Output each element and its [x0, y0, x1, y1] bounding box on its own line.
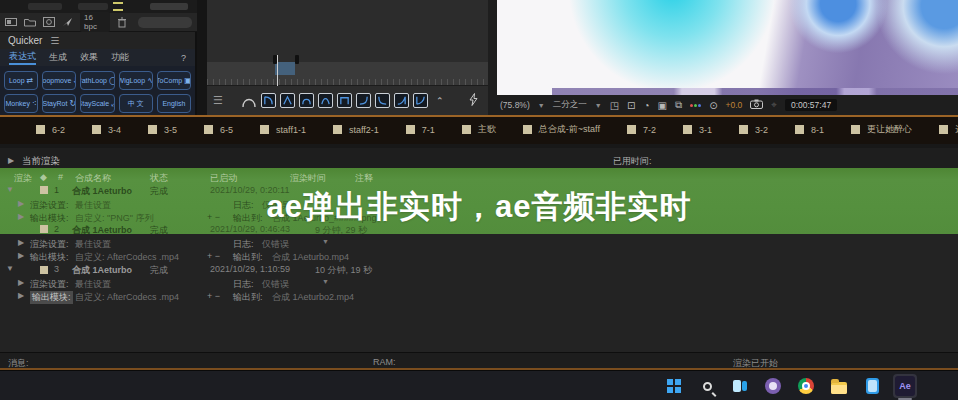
easing-preset-3-button[interactable] — [299, 93, 314, 108]
rulers-icon[interactable]: ⊡ — [627, 100, 635, 111]
snapshot-icon[interactable] — [750, 99, 763, 111]
new-folder-icon[interactable] — [24, 17, 36, 27]
tab-help[interactable]: ? — [181, 53, 186, 63]
add-remove-output-buttons[interactable]: + − — [207, 291, 220, 301]
tab-functions[interactable]: 功能 — [111, 51, 129, 64]
interpret-footage-icon[interactable] — [5, 17, 17, 27]
quicker-button-grid: Loop⇄ Loopmove⇵ PathLoop◯ WigLoop∿ ToCom… — [0, 66, 195, 118]
chat-button[interactable] — [761, 374, 785, 398]
delete-icon[interactable] — [117, 17, 127, 28]
resolution-select[interactable]: 二分之一 — [553, 99, 587, 111]
task-view-button[interactable] — [728, 374, 752, 398]
work-area-end-handle[interactable] — [295, 55, 299, 64]
quicker-panel-title: Quicker — [8, 35, 42, 46]
magnification-select[interactable]: (75.8%) — [500, 100, 530, 110]
viewer-toolbar: (75.8%) ▼ 二分之一 ▼ ◳ ⊡ ◔ ▣ ⧉ ⊙ +0.0 ⌖ 0:00… — [490, 95, 958, 115]
send-to-quicker-icon[interactable] — [62, 17, 73, 27]
playhead[interactable] — [277, 55, 278, 86]
loop-button[interactable]: Loop⇄ — [4, 71, 38, 90]
easing-preset-7-button[interactable] — [375, 93, 390, 108]
search-button[interactable] — [695, 374, 719, 398]
easing-preset-1-button[interactable] — [261, 93, 276, 108]
output-file-link[interactable]: 合成 1Aeturbo2.mp4 — [272, 291, 354, 304]
panel-menu-icon[interactable]: ☰ — [213, 94, 223, 107]
comp-tab[interactable]: 8-1 — [795, 125, 824, 135]
lightning-icon[interactable] — [469, 92, 478, 110]
pathloop-button[interactable]: PathLoop◯ — [80, 71, 114, 90]
show-snapshot-icon[interactable]: ⌖ — [771, 99, 777, 111]
file-explorer-button[interactable] — [827, 374, 851, 398]
panel-menu-icon[interactable]: ☰ — [50, 35, 59, 46]
tab-effects[interactable]: 效果 — [80, 51, 98, 64]
easing-preset-9-button[interactable] — [413, 93, 428, 108]
comp-tab[interactable]: 这借大 — [939, 123, 958, 136]
label-color-icon[interactable]: ◆ — [40, 172, 47, 182]
new-composition-icon[interactable] — [43, 17, 55, 27]
twirl-icon[interactable]: ▶ — [8, 156, 14, 165]
easing-preset-8-button[interactable] — [394, 93, 409, 108]
chrome-button[interactable] — [794, 374, 818, 398]
start-button[interactable] — [662, 374, 686, 398]
started-value: 2021/10/29, 1:10:59 — [210, 264, 290, 274]
label-color-swatch — [113, 9, 123, 11]
comp-tab[interactable]: 3-1 — [683, 125, 712, 135]
comp-tab[interactable]: 7-1 — [406, 125, 435, 135]
col-render-time[interactable]: 渲染时间 — [290, 172, 326, 185]
comp-tab[interactable]: 6-2 — [36, 125, 65, 135]
composition-preview[interactable] — [497, 0, 958, 95]
color-depth-button[interactable]: 16 bpc — [80, 12, 110, 32]
col-comp-name[interactable]: 合成名称 — [75, 172, 111, 185]
col-render[interactable]: 渲染 — [14, 172, 32, 185]
easing-preset-2-button[interactable] — [280, 93, 295, 108]
tab-generate[interactable]: 生成 — [49, 51, 67, 64]
comp-tab[interactable]: staff2-1 — [333, 125, 379, 135]
render-queue-highlight: 渲染 ◆ # 合成名称 状态 已启动 渲染时间 注释 ▼ 1 合成 1Aetur… — [0, 168, 958, 234]
channel-icon[interactable] — [690, 104, 701, 107]
collapse-chevron-icon[interactable]: ⌃ — [436, 96, 444, 106]
comp-tab[interactable]: 更让她醉心 — [851, 123, 912, 136]
col-comment[interactable]: 注释 — [355, 172, 373, 185]
add-remove-output-buttons[interactable]: + − — [207, 251, 220, 261]
col-status[interactable]: 状态 — [150, 172, 168, 185]
chevron-down-icon[interactable]: ▼ — [322, 278, 329, 285]
col-num[interactable]: # — [58, 172, 63, 182]
exposure-reset-icon[interactable]: ⊙ — [709, 100, 717, 111]
loopmove-button[interactable]: Loopmove⇵ — [42, 71, 76, 90]
mask-visibility-icon[interactable]: ⧉ — [675, 99, 682, 111]
chinese-language-button[interactable]: 中 文 — [119, 94, 153, 113]
comp-icon — [627, 125, 636, 134]
comp-tab[interactable]: 总合成-前~staff — [523, 123, 600, 136]
tocomp-button[interactable]: ToComp▣ — [157, 71, 191, 90]
output-file-link[interactable]: 合成 1Aeturbo.mp4 — [272, 251, 349, 264]
after-effects-button[interactable]: Ae — [893, 374, 917, 398]
monkey-button[interactable]: Monkey⁖ — [4, 94, 38, 113]
comp-tab[interactable]: 6-5 — [204, 125, 233, 135]
comp-tab[interactable]: 3-5 — [148, 125, 177, 135]
easing-preset-6-button[interactable] — [356, 93, 371, 108]
phone-link-button[interactable] — [860, 374, 884, 398]
comp-tab[interactable]: 3-2 — [739, 125, 768, 135]
timecode-display[interactable]: 0:00:57:47 — [785, 99, 837, 111]
work-area-region[interactable] — [275, 62, 295, 75]
easing-preset-4-button[interactable] — [318, 93, 333, 108]
loopmove-icon: ⇵ — [73, 76, 76, 85]
stayrot-button[interactable]: StayRot↻ — [42, 94, 76, 113]
comp-tab[interactable]: 主歌 — [462, 123, 496, 136]
comp-tab[interactable]: 3-4 — [92, 125, 121, 135]
english-language-button[interactable]: English — [157, 94, 191, 113]
view-options-icon[interactable]: ◳ — [610, 100, 619, 111]
tab-expressions[interactable]: 表达式 — [9, 50, 36, 65]
region-of-interest-icon[interactable]: ◔ — [643, 100, 649, 111]
comp-tab[interactable]: staff1-1 — [260, 125, 306, 135]
transparency-grid-icon[interactable]: ▣ — [658, 100, 667, 111]
wigloop-icon: ∿ — [147, 76, 153, 85]
wigloop-button[interactable]: WigLoop∿ — [119, 71, 153, 90]
comp-tab[interactable]: 7-2 — [627, 125, 656, 135]
col-started[interactable]: 已启动 — [210, 172, 237, 185]
exposure-value[interactable]: +0.0 — [726, 100, 743, 110]
easing-preset-5-button[interactable] — [337, 93, 352, 108]
mini-timeline-ruler[interactable] — [207, 62, 488, 86]
queue-row-3[interactable]: ▼ 3 合成 1Aeturbo 完成 2021/10/29, 1:10:59 1… — [0, 264, 958, 277]
chevron-down-icon[interactable]: ▼ — [322, 238, 329, 245]
stayscale-button[interactable]: StayScale⤢ — [80, 94, 114, 113]
